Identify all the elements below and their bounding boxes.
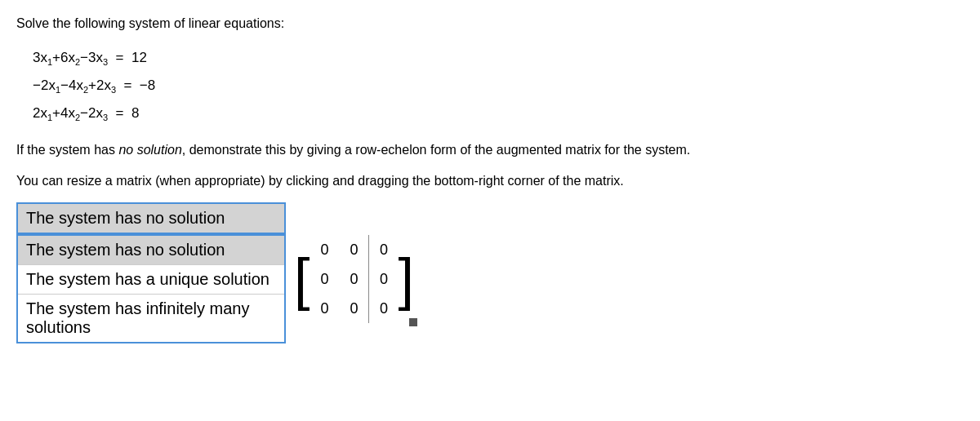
matrix-cell-r2c0[interactable]: 0 — [310, 294, 339, 323]
dropdown-option-unique[interactable]: The system has a unique solution — [18, 265, 284, 295]
solution-dropdown[interactable]: The system has no solution The system ha… — [16, 202, 286, 234]
dropdown-selected[interactable]: The system has no solution — [16, 202, 286, 234]
matrix-bracket-right: ] — [398, 250, 413, 308]
matrix-container: [ 0 0 0 0 0 0 0 0 0 ] — [294, 235, 414, 323]
matrix-cell-r2c2[interactable]: 0 — [368, 294, 398, 323]
answer-section: The system has no solution The system ha… — [16, 202, 964, 323]
paragraph1: If the system has no solution, demonstra… — [16, 140, 964, 160]
matrix-cell-r1c2[interactable]: 0 — [368, 264, 398, 294]
matrix-cell-r0c1[interactable]: 0 — [339, 235, 368, 264]
matrix-cell-r0c2[interactable]: 0 — [368, 235, 398, 264]
matrix-cell-r1c1[interactable]: 0 — [339, 264, 368, 294]
matrix-resize-handle[interactable] — [409, 318, 417, 326]
equation-3: 2x1+4x2−2x3 = 8 — [33, 100, 964, 127]
paragraph2: You can resize a matrix (when appropriat… — [16, 171, 964, 191]
matrix-cell-r0c0[interactable]: 0 — [310, 235, 339, 264]
matrix-cell-r2c1[interactable]: 0 — [339, 294, 368, 323]
dropdown-list[interactable]: The system has no solution The system ha… — [16, 234, 286, 343]
instruction-text: Solve the following system of linear equ… — [16, 16, 964, 31]
equation-2: −2x1−4x2+2x3 = −8 — [33, 72, 964, 100]
equation-1: 3x1+6x2−3x3 = 12 — [33, 44, 964, 72]
matrix-cell-r1c0[interactable]: 0 — [310, 264, 339, 294]
dropdown-option-no-solution[interactable]: The system has no solution — [18, 236, 284, 265]
dropdown-option-infinite[interactable]: The system has infinitely many solutions — [18, 295, 284, 342]
matrix-bracket-left: [ — [294, 250, 310, 308]
matrix-cells: 0 0 0 0 0 0 0 0 0 — [310, 235, 398, 323]
equations-block: 3x1+6x2−3x3 = 12 −2x1−4x2+2x3 = −8 2x1+4… — [33, 44, 964, 127]
